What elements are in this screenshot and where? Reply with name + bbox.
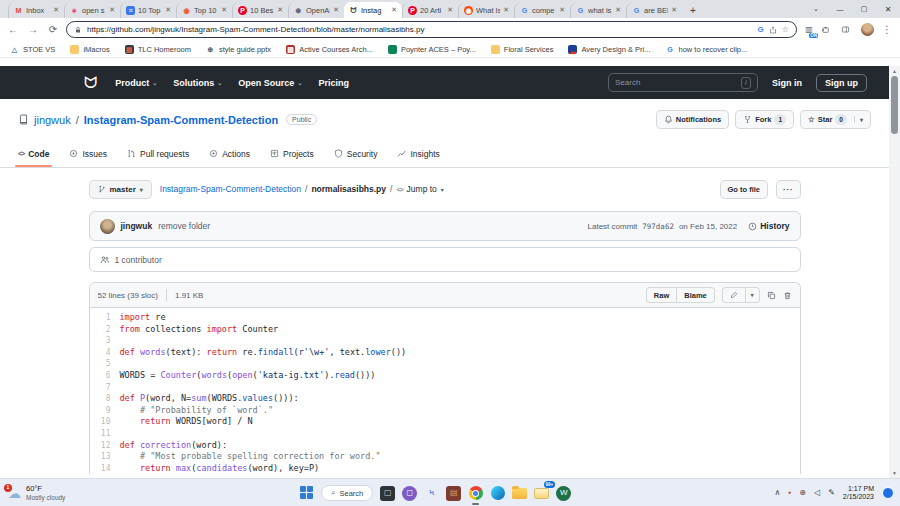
history-button[interactable]: History xyxy=(748,221,789,231)
security-tray-icon[interactable]: ▪ xyxy=(788,489,791,497)
tab-close-icon[interactable]: ✕ xyxy=(447,6,453,14)
extensions-puzzle-icon[interactable] xyxy=(821,25,835,34)
github-search-input[interactable]: Search / xyxy=(608,73,758,92)
browser-tab[interactable]: P20 Arti ✕ xyxy=(402,2,458,18)
line-number[interactable]: 2 xyxy=(90,324,120,336)
repo-tab-security[interactable]: Security xyxy=(334,140,378,167)
back-icon[interactable]: ← xyxy=(6,25,20,35)
repo-tab-issues[interactable]: Issues xyxy=(69,140,107,167)
sign-up-button[interactable]: Sign up xyxy=(816,74,867,92)
tab-search-chevron-icon[interactable]: ⌄ xyxy=(804,0,828,18)
notifications-button[interactable]: Notifications xyxy=(656,110,729,129)
commit-author-avatar[interactable] xyxy=(100,219,115,234)
tab-close-icon[interactable]: ✕ xyxy=(391,6,397,14)
reload-icon[interactable]: ⟳ xyxy=(46,25,60,35)
edit-pencil-icon[interactable] xyxy=(722,287,746,303)
scroll-thumb[interactable] xyxy=(891,76,898,134)
browser-tab[interactable]: ≡10 Top ✕ xyxy=(120,2,176,18)
scroll-down-icon[interactable]: ▼ xyxy=(889,470,900,476)
delete-trash-icon[interactable] xyxy=(783,291,792,300)
repo-tab-insights[interactable]: Insights xyxy=(397,140,439,167)
line-number[interactable]: 4 xyxy=(90,347,120,359)
sign-in-link[interactable]: Sign in xyxy=(772,78,802,88)
star-dropdown-caret[interactable]: ▾ xyxy=(854,116,863,123)
raw-button[interactable]: Raw xyxy=(646,287,677,303)
repo-tab-actions[interactable]: Actions xyxy=(209,140,250,167)
scroll-up-icon[interactable]: ▲ xyxy=(889,68,900,74)
browser-tab[interactable]: ◉What Is ✕ xyxy=(458,2,514,18)
line-number[interactable]: 13 xyxy=(90,451,120,463)
browser-tab[interactable]: P10 Bes ✕ xyxy=(232,2,288,18)
start-button[interactable] xyxy=(300,486,314,500)
network-tray-icon[interactable]: ⊕ xyxy=(799,489,806,497)
volume-tray-icon[interactable]: ◁ xyxy=(814,489,820,497)
weather-widget[interactable]: ☁1 60°F Mostly cloudy xyxy=(8,479,65,506)
bookmark-star-icon[interactable]: ☆ xyxy=(782,26,789,34)
blame-button[interactable]: Blame xyxy=(676,287,715,303)
go-to-file-button[interactable]: Go to file xyxy=(720,180,769,199)
tab-close-icon[interactable]: ✕ xyxy=(333,6,339,14)
bookmark-item[interactable]: Floral Services xyxy=(491,45,554,54)
line-number[interactable]: 8 xyxy=(90,393,120,405)
breadcrumb-repo-link[interactable]: Instagram-Spam-Comment-Detection xyxy=(160,184,301,194)
tab-close-icon[interactable]: ✕ xyxy=(559,6,565,14)
edit-dropdown-caret[interactable]: ▾ xyxy=(745,287,760,303)
line-number[interactable]: 12 xyxy=(90,440,120,452)
window-maximize-button[interactable]: ▢ xyxy=(852,0,876,18)
line-number[interactable]: 5 xyxy=(90,358,120,370)
url-text[interactable]: https://github.com/jingwuk/Instagram-Spa… xyxy=(87,25,753,34)
bookmark-item[interactable]: ⊕ style guide.pptx xyxy=(206,45,271,54)
github-nav-product[interactable]: Product⌄ xyxy=(115,78,157,88)
mail-app-icon[interactable]: 99+ xyxy=(534,486,549,501)
browser-tab[interactable]: Gwhat is ✕ xyxy=(570,2,626,18)
repo-tab-code[interactable]: <>Code xyxy=(18,140,49,167)
tab-close-icon[interactable]: ✕ xyxy=(277,6,283,14)
window-minimize-button[interactable]: — xyxy=(828,0,852,18)
tab-close-icon[interactable]: ✕ xyxy=(109,6,115,14)
chrome-icon[interactable] xyxy=(468,486,483,501)
tab-close-icon[interactable]: ✕ xyxy=(671,6,677,14)
tab-close-icon[interactable]: ✕ xyxy=(221,6,227,14)
bookmark-item[interactable]: iMacros xyxy=(70,45,109,54)
commit-sha[interactable]: 797da62 xyxy=(642,222,674,231)
browser-tab[interactable]: Gare BER ✕ xyxy=(626,2,682,18)
star-button[interactable]: ☆Star0▾ xyxy=(800,110,871,129)
repo-tab-projects[interactable]: Projects xyxy=(270,140,314,167)
line-number[interactable]: 14 xyxy=(90,463,120,475)
page-scrollbar[interactable]: ▲ ▼ xyxy=(889,66,900,478)
tab-close-icon[interactable]: ✕ xyxy=(503,6,509,14)
browser-tab[interactable]: ᗢInstag ✕ xyxy=(344,2,402,18)
chat-app-icon[interactable]: ◻ xyxy=(402,486,417,501)
repo-owner-link[interactable]: jingwuk xyxy=(34,114,71,126)
commit-author-link[interactable]: jingwuk xyxy=(121,221,153,231)
photos-app-icon[interactable]: ▢ xyxy=(380,486,395,501)
browser-tab[interactable]: Gcompe ✕ xyxy=(514,2,570,18)
bookmark-item[interactable]: ▂ Avery Design & Pri... xyxy=(568,45,650,54)
more-options-button[interactable]: ··· xyxy=(776,180,801,199)
share-icon[interactable] xyxy=(769,26,777,34)
bookmark-item[interactable]: ▦ TLC Homeroom xyxy=(125,45,191,54)
address-bar[interactable]: https://github.com/jingwuk/Instagram-Spa… xyxy=(66,21,797,38)
crate-app-icon[interactable]: ▤ xyxy=(446,486,461,501)
bolt-app-icon[interactable]: Ϟ xyxy=(424,486,439,501)
line-number[interactable]: 11 xyxy=(90,428,120,440)
bookmark-item[interactable]: △ STOE VS xyxy=(10,45,55,54)
taskbar-search[interactable]: ⌕ Search xyxy=(321,485,373,501)
repo-tab-pull-requests[interactable]: Pull requests xyxy=(127,140,189,167)
line-number[interactable]: 9 xyxy=(90,405,120,417)
branch-selector[interactable]: master ▾ xyxy=(89,180,152,199)
extension-on-icon[interactable]: ▥ON xyxy=(803,24,815,36)
github-nav-solutions[interactable]: Solutions⌄ xyxy=(173,78,222,88)
browser-profile-avatar[interactable] xyxy=(861,23,874,36)
contributors-text[interactable]: 1 contributor xyxy=(115,255,162,265)
tab-close-icon[interactable]: ✕ xyxy=(165,6,171,14)
line-number[interactable]: 7 xyxy=(90,382,120,394)
file-explorer-icon[interactable] xyxy=(512,486,527,501)
contributors-box[interactable]: 1 contributor xyxy=(89,247,801,272)
new-tab-button[interactable]: + xyxy=(686,3,700,17)
browser-tab[interactable]: MInbox ✕ xyxy=(8,2,64,18)
google-g-icon[interactable]: G xyxy=(758,26,764,34)
browser-tab[interactable]: ∗open s ✕ xyxy=(64,2,120,18)
line-number[interactable]: 10 xyxy=(90,416,120,428)
github-logo-icon[interactable]: ᗢ xyxy=(84,75,97,91)
